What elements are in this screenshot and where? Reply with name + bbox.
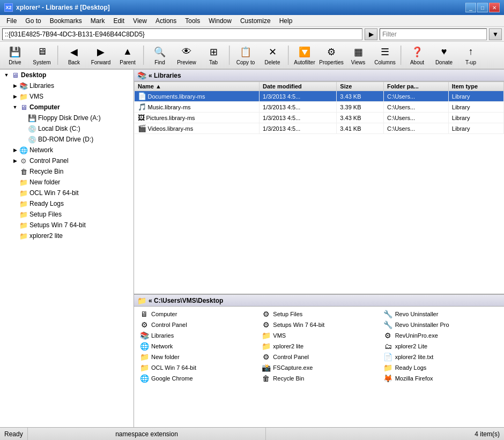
expand-icon-computer[interactable]: ▼ xyxy=(11,103,19,111)
address-input[interactable] xyxy=(2,28,362,40)
menu-item-goto[interactable]: Go to xyxy=(21,16,45,26)
sidebar-item-localc[interactable]: 💿 Local Disk (C:) xyxy=(0,123,134,134)
list-item[interactable]: 🖥Computer xyxy=(136,309,258,319)
autofilter-button[interactable]: 🔽 Autofilter xyxy=(292,43,317,68)
parent-button[interactable]: ▲ Parent xyxy=(115,43,140,68)
floppy-icon: 💾 xyxy=(28,114,36,122)
sidebar-item-libraries[interactable]: ▶ 📚 Libraries xyxy=(0,80,134,91)
col-size[interactable]: Size xyxy=(337,82,384,91)
sidebar-item-setupfiles[interactable]: 📁 Setup Files xyxy=(0,209,134,220)
menu-item-mark[interactable]: Mark xyxy=(86,16,109,26)
donate-button[interactable]: ♥ Donate xyxy=(431,43,457,68)
minimize-button[interactable]: _ xyxy=(465,3,476,12)
about-button[interactable]: ❓ About xyxy=(404,43,430,68)
menu-item-help[interactable]: Help xyxy=(275,16,297,26)
list-item[interactable]: 📁xplorer2 lite xyxy=(258,341,380,352)
sidebar-item-newfolder[interactable]: 📁 New folder xyxy=(0,177,134,188)
list-item[interactable]: 📁OCL Win 7 64-bit xyxy=(136,362,258,373)
sidebar-item-controlpanel[interactable]: ▶ ⚙ Control Panel xyxy=(0,155,134,166)
title-bar-buttons[interactable]: _ □ ✕ xyxy=(465,3,500,12)
list-item[interactable]: 🔧Revo Uninstaller Pro xyxy=(380,319,502,330)
list-item[interactable]: ⚙Setup Files xyxy=(258,309,380,319)
sidebar-item-recycle[interactable]: 🗑 Recycle Bin xyxy=(0,166,134,177)
table-row[interactable]: 🎬Videos.library-ms 1/3/2013 4:5... 3.41 … xyxy=(135,123,504,134)
expand-icon-desktop[interactable]: ▼ xyxy=(2,71,11,79)
col-folder[interactable]: Folder pa... xyxy=(384,82,449,91)
views-button[interactable]: ▦ Views xyxy=(345,43,371,68)
list-item[interactable]: ⚙RevUninPro.exe xyxy=(380,330,502,341)
col-name[interactable]: Name ▲ xyxy=(135,82,260,91)
list-item[interactable]: 🔧Revo Uninstaller xyxy=(380,309,502,319)
columns-button[interactable]: ☰ Columns xyxy=(372,43,398,68)
col-date[interactable]: Date modified xyxy=(260,82,337,91)
list-item[interactable]: 🦊Mozilla Firefox xyxy=(380,373,502,384)
list-item[interactable]: 📁New folder xyxy=(136,352,258,362)
list-item[interactable]: ⚙Control Panel xyxy=(258,352,380,362)
expand-icon-vms[interactable]: ▶ xyxy=(11,92,19,101)
sidebar-item-vms[interactable]: ▶ 📁 VMS xyxy=(0,91,134,102)
files-scroll-area[interactable]: Name ▲ Date modified Size Folder pa... I… xyxy=(134,81,504,264)
about-icon: ❓ xyxy=(411,46,424,58)
properties-button[interactable]: ⚙ Properties xyxy=(318,43,344,68)
drive-button[interactable]: 💾 Drive xyxy=(2,43,28,68)
close-button[interactable]: ✕ xyxy=(489,3,500,12)
parent-label: Parent xyxy=(120,59,135,65)
list-item[interactable]: 📚Libraries xyxy=(136,330,258,341)
list-item[interactable]: 📸FSCapture.exe xyxy=(258,362,380,373)
menu-item-edit[interactable]: Edit xyxy=(109,16,129,26)
expand-icon-xplorer2lite xyxy=(11,232,19,240)
col-type[interactable]: Item type xyxy=(448,82,503,91)
menu-item-window[interactable]: Window xyxy=(204,16,236,26)
sidebar-item-network[interactable]: ▶ 🌐 Network xyxy=(0,145,134,155)
preview-button[interactable]: 👁 Preview xyxy=(174,43,199,68)
list-item[interactable]: 🗑Recycle Bin xyxy=(258,373,380,384)
forward-label: Forward xyxy=(91,59,111,65)
sidebar-item-xplorer2lite[interactable]: 📁 xplorer2 lite xyxy=(0,230,134,241)
sidebar-item-bdrom[interactable]: 💿 BD-ROM Drive (D:) xyxy=(0,134,134,145)
list-item[interactable]: ⚙Control Panel xyxy=(136,319,258,330)
list-item[interactable]: 📁Ready Logs xyxy=(380,362,502,373)
back-button[interactable]: ◀ Back xyxy=(61,43,87,68)
list-item[interactable]: 🗂xplorer2 Lite xyxy=(380,341,502,352)
table-row[interactable]: 🎵Music.library-ms 1/3/2013 4:5... 3.39 K… xyxy=(135,102,504,113)
filter-input[interactable] xyxy=(380,28,487,40)
list-item[interactable]: 🌐Network xyxy=(136,341,258,352)
menu-item-tools[interactable]: Tools xyxy=(181,16,204,26)
find-button[interactable]: 🔍 Find xyxy=(147,43,173,68)
files-panel: 📚 « Libraries Name ▲ Date modified Size … xyxy=(134,70,504,295)
tup-button[interactable]: ↑ T-up xyxy=(458,43,484,68)
sidebar-item-setupswin[interactable]: 📁 Setups Win 7 64-bit xyxy=(0,220,134,230)
sidebar-item-floppy[interactable]: 💾 Floppy Disk Drive (A:) xyxy=(0,113,134,123)
maximize-button[interactable]: □ xyxy=(477,3,488,12)
list-item[interactable]: ⚙Setups Win 7 64-bit xyxy=(258,319,380,330)
list-item[interactable]: 🌐Google Chrome xyxy=(136,373,258,384)
tab-button[interactable]: ⊞ Tab xyxy=(201,43,226,68)
menu-item-view[interactable]: View xyxy=(129,16,151,26)
sidebar-item-readylogs[interactable]: 📁 Ready Logs xyxy=(0,198,134,209)
address-go-button[interactable]: ▶ xyxy=(365,28,377,40)
item-icon: 📄 xyxy=(383,353,393,361)
desktop-scroll-area[interactable]: 🖥Computer⚙Setup Files🔧Revo Uninstaller⚙C… xyxy=(134,307,504,403)
menu-item-file[interactable]: File xyxy=(2,16,21,26)
computer-icon: 🖥 xyxy=(19,103,28,111)
menu-item-bookmarks[interactable]: Bookmarks xyxy=(46,16,86,26)
copyto-button[interactable]: 📋 Copy to xyxy=(233,43,258,68)
table-row[interactable]: 🖼Pictures.library-ms 1/3/2013 4:5... 3.4… xyxy=(135,113,504,123)
sidebar-item-computer[interactable]: ▼ 🖥 Computer xyxy=(0,102,134,113)
menu-item-customize[interactable]: Customize xyxy=(236,16,275,26)
delete-button[interactable]: ✕ Delete xyxy=(260,43,285,68)
list-item[interactable]: 📄xplorer2 lite.txt xyxy=(380,352,502,362)
table-row[interactable]: 📄Documents.library-ms 1/3/2013 4:5... 3.… xyxy=(135,91,504,102)
desktop-panel: 📁 « C:\Users\VMS\Desktop 🖥Computer⚙Setup… xyxy=(134,295,504,427)
expand-icon-controlpanel[interactable]: ▶ xyxy=(11,156,19,165)
list-item[interactable]: 📁VMS xyxy=(258,330,380,341)
menu-item-actions[interactable]: Actions xyxy=(151,16,181,26)
forward-button[interactable]: ▶ Forward xyxy=(88,43,114,68)
system-button[interactable]: 🖥 System xyxy=(29,43,55,68)
file-name-cell: 🎵Music.library-ms xyxy=(135,102,260,113)
expand-icon-libraries[interactable]: ▶ xyxy=(11,81,19,90)
filter-dropdown-button[interactable]: ▼ xyxy=(489,28,502,40)
expand-icon-network[interactable]: ▶ xyxy=(11,146,19,154)
sidebar-item-oclwin[interactable]: 📁 OCL Win 7 64-bit xyxy=(0,188,134,198)
sidebar-item-desktop[interactable]: ▼ 🖥 Desktop xyxy=(0,70,134,80)
